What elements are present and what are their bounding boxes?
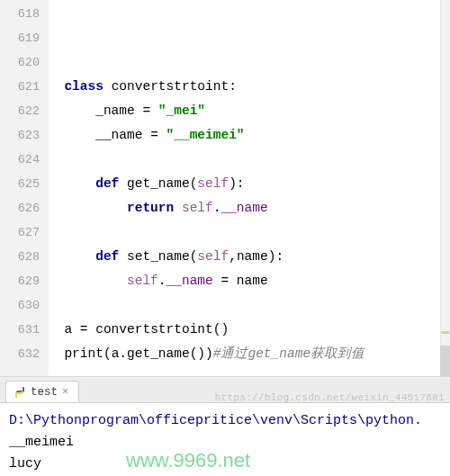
line-number: 620 bbox=[0, 50, 49, 75]
code-line[interactable] bbox=[49, 220, 450, 245]
line-number: 632 bbox=[0, 342, 49, 366]
line-number: 621 bbox=[0, 75, 49, 99]
gutter: 6186196206216226236246256266276286296306… bbox=[0, 0, 49, 376]
code-editor[interactable]: 6186196206216226236246256266276286296306… bbox=[0, 0, 450, 376]
code-line[interactable]: a = convertstrtoint() bbox=[49, 318, 450, 342]
line-number: 627 bbox=[0, 220, 49, 245]
code-line[interactable]: print(a.get_name())#通过get_name获取到值 bbox=[49, 342, 450, 366]
line-number: 628 bbox=[0, 245, 49, 269]
code-line[interactable]: def set_name(self,name): bbox=[49, 245, 450, 269]
line-number: 618 bbox=[0, 2, 49, 26]
code-line[interactable]: _name = "_mei" bbox=[49, 99, 450, 123]
line-number: 625 bbox=[0, 172, 49, 196]
scrollbar-thumb[interactable] bbox=[440, 346, 450, 376]
console-path: D:\Pythonprogram\officepritice\venv\Scri… bbox=[9, 410, 441, 432]
run-tab-test[interactable]: test × bbox=[5, 381, 79, 402]
line-number: 624 bbox=[0, 148, 49, 172]
code-line[interactable] bbox=[49, 148, 450, 172]
close-icon[interactable]: × bbox=[62, 388, 71, 397]
line-number: 619 bbox=[0, 26, 49, 50]
python-icon bbox=[14, 386, 26, 399]
code-line[interactable] bbox=[49, 293, 450, 318]
code-line[interactable]: return self.__name bbox=[49, 196, 450, 220]
code-line[interactable]: self.__name = name bbox=[49, 269, 450, 293]
console-line-1: __meimei bbox=[9, 432, 441, 454]
run-tabbar: test × bbox=[0, 380, 450, 403]
code-line[interactable]: def get_name(self): bbox=[49, 172, 450, 196]
code-area[interactable]: class convertstrtoint: _name = "_mei" __… bbox=[49, 0, 450, 376]
line-number: 622 bbox=[0, 99, 49, 123]
scrollbar[interactable] bbox=[440, 0, 450, 376]
code-line[interactable]: __name = "__meimei" bbox=[49, 123, 450, 148]
line-number: 626 bbox=[0, 196, 49, 220]
scroll-mark bbox=[441, 331, 449, 334]
code-line[interactable] bbox=[49, 366, 450, 376]
console-output[interactable]: D:\Pythonprogram\officepritice\venv\Scri… bbox=[0, 403, 450, 476]
tab-label: test bbox=[31, 386, 58, 399]
line-number: 629 bbox=[0, 269, 49, 293]
console-line-2: lucy bbox=[9, 454, 441, 475]
line-number: 623 bbox=[0, 123, 49, 148]
code-line[interactable]: class convertstrtoint: bbox=[49, 75, 450, 99]
line-number: 630 bbox=[0, 293, 49, 318]
line-number: 631 bbox=[0, 318, 49, 342]
